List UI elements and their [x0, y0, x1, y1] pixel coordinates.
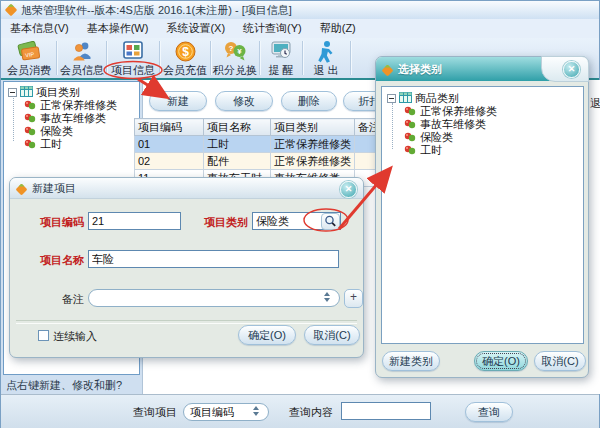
svg-text:¥: ¥ — [237, 47, 242, 56]
continuous-input-checkbox[interactable] — [38, 330, 49, 341]
coin-icon: $ — [160, 40, 210, 64]
clipped-exit-button-text[interactable]: 退 — [590, 96, 600, 111]
dialog-diamond-icon — [15, 182, 28, 195]
dialog-divider — [16, 320, 357, 324]
category-leaf-icon — [24, 126, 36, 138]
query-item-label: 查询项目 — [133, 405, 177, 420]
reminder-monitor-icon — [260, 40, 302, 64]
menu-item-statistics-query[interactable]: 统计查询(Y) — [234, 21, 311, 36]
tree-item-labor-hours[interactable]: 工时 — [404, 143, 442, 158]
cell-project-category[interactable]: 正常保养维修类 — [271, 153, 355, 170]
select-category-dialog: 选择类别 商品类别 正常保养维修类 事故车维修类 保险类 — [375, 56, 589, 378]
toolbar-label: 会员充值 — [160, 64, 210, 76]
search-button[interactable]: 查询 — [465, 402, 513, 422]
toolbar-label: 会员消费 — [3, 64, 55, 76]
category-leaf-icon — [24, 139, 36, 151]
svg-text:?: ? — [229, 44, 234, 53]
toolbar-button-project-info[interactable]: 项目信息 — [107, 39, 159, 77]
column-header-project-code[interactable]: 项目编码 — [135, 119, 204, 136]
dialog-diamond-icon — [381, 63, 394, 76]
ok-button[interactable]: 确定(O) — [238, 325, 296, 345]
tree-item-labor-hours[interactable]: 工时 — [24, 137, 62, 152]
category-lookup-button[interactable] — [321, 213, 340, 230]
toolbar-label: 会员信息 — [57, 64, 107, 76]
updown-spinner-icon[interactable] — [324, 292, 334, 304]
new-category-button[interactable]: 新建类别 — [382, 351, 440, 371]
cell-project-category[interactable]: 正常保养维修类 — [271, 136, 355, 153]
project-code-input[interactable] — [88, 212, 181, 230]
toolbar-label: 积分兑换 — [211, 64, 259, 76]
project-code-label: 项目编码 — [30, 215, 84, 230]
column-header-project-name[interactable]: 项目名称 — [204, 119, 271, 136]
menu-item-basic-info[interactable]: 基本信息(V) — [1, 21, 78, 36]
app-window: 旭荣管理软件--版本:4S店版 2016.1(未注册) - [项目信息] 基本信… — [0, 0, 600, 428]
exchange-bubbles-icon: ?¥ — [211, 40, 259, 64]
goods-category-treebox: 商品类别 正常保养维修类 事故车维修类 保险类 工时 — [381, 86, 584, 344]
category-leaf-icon — [404, 119, 416, 131]
toolbar-button-points-exchange[interactable]: ?¥ 积分兑换 — [211, 39, 259, 77]
close-icon[interactable] — [340, 181, 357, 198]
exit-person-icon — [303, 40, 349, 64]
project-category-label: 项目类别 — [196, 215, 248, 230]
column-header-project-category[interactable]: 项目类别 — [271, 119, 355, 136]
continuous-input-label: 连续输入 — [53, 329, 97, 344]
tree-collapse-icon[interactable] — [8, 87, 17, 99]
toolbar-button-member-recharge[interactable]: $ 会员充值 — [160, 39, 210, 77]
table-header-row: 项目编码 项目名称 项目类别 备注 — [135, 119, 404, 136]
toolbar-button-member-consume[interactable]: VIP 会员消费 — [3, 39, 55, 77]
title-bar: 旭荣管理软件--版本:4S店版 2016.1(未注册) - [项目信息] — [1, 1, 599, 20]
menu-item-basic-ops[interactable]: 基本操作(W) — [78, 21, 158, 36]
query-bar: 查询项目 项目编码 查询内容 查询 — [1, 394, 599, 428]
cell-project-name[interactable]: 工时 — [204, 136, 271, 153]
new-button[interactable]: 新建 — [149, 91, 207, 111]
tree-guide-line — [392, 103, 393, 149]
category-leaf-icon — [24, 100, 36, 112]
add-note-button[interactable]: + — [344, 289, 363, 308]
note-label: 备注 — [30, 292, 84, 307]
toolbar-label: 提 醒 — [260, 64, 302, 76]
new-project-dialog-titlebar[interactable]: 新建项目 — [10, 178, 363, 199]
toolbar-button-exit[interactable]: 退 出 — [303, 39, 349, 77]
window-title: 旭荣管理软件--版本:4S店版 2016.1(未注册) - [项目信息] — [21, 3, 292, 18]
toolbar-label: 项目信息 — [107, 64, 159, 76]
menu-item-system-settings[interactable]: 系统设置(X) — [157, 21, 234, 36]
tree-guide-line — [13, 96, 14, 141]
delete-button[interactable]: 删除 — [281, 91, 337, 111]
app-logo-icon — [4, 3, 18, 17]
project-name-input[interactable] — [88, 250, 339, 268]
members-icon — [57, 40, 107, 64]
category-leaf-icon — [24, 113, 36, 125]
status-hint-text: 点右键新建、修改和删? — [6, 378, 122, 393]
query-content-label: 查询内容 — [289, 405, 333, 420]
ok-button[interactable]: 确定(O) — [474, 351, 528, 371]
category-leaf-icon — [404, 106, 416, 118]
dialog-title: 选择类别 — [398, 62, 442, 77]
menu-bar: 基本信息(V) 基本操作(W) 系统设置(X) 统计查询(Y) 帮助(Z) — [1, 19, 599, 39]
new-project-dialog: 新建项目 项目编码 项目类别 项目名称 备注 + 连续输入 确定(O) 取消(C… — [9, 177, 364, 358]
dialog-title: 新建项目 — [32, 181, 76, 196]
vip-cards-icon: VIP — [3, 40, 55, 64]
tree-collapse-icon[interactable] — [387, 93, 396, 105]
updown-spinner-icon[interactable] — [253, 406, 263, 418]
cell-project-name[interactable]: 配件 — [204, 153, 271, 170]
toolbar-label: 退 出 — [303, 64, 349, 76]
category-leaf-icon — [404, 132, 416, 144]
menu-item-help[interactable]: 帮助(Z) — [311, 21, 365, 36]
close-icon[interactable] — [563, 61, 580, 78]
magnifier-icon — [322, 214, 337, 231]
table-row[interactable]: 02 配件 正常保养维修类 — [135, 153, 404, 170]
cell-project-code[interactable]: 01 — [135, 136, 204, 153]
toolbar-button-member-info[interactable]: 会员信息 — [57, 39, 107, 77]
toolbar-separator — [350, 41, 351, 75]
toolbar-button-reminder[interactable]: 提 醒 — [260, 39, 302, 77]
query-content-input[interactable] — [341, 402, 431, 420]
cell-project-code[interactable]: 02 — [135, 153, 204, 170]
cancel-button[interactable]: 取消(C) — [304, 325, 360, 345]
edit-button[interactable]: 修改 — [215, 91, 273, 111]
table-row[interactable]: 01 工时 正常保养维修类 — [135, 136, 404, 153]
project-grid-icon — [107, 40, 159, 64]
cancel-button[interactable]: 取消(C) — [534, 351, 586, 371]
tree-item-label: 工时 — [420, 143, 442, 158]
note-combobox[interactable] — [88, 289, 340, 307]
project-name-label: 项目名称 — [30, 253, 84, 268]
